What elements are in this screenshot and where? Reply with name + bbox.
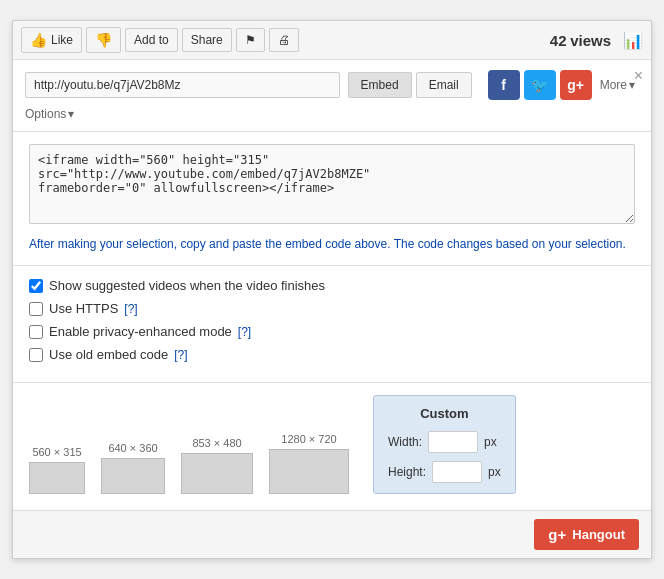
- facebook-button[interactable]: f: [488, 70, 520, 100]
- share-label: Share: [191, 33, 223, 47]
- social-buttons: f 🐦 g+ More ▾: [488, 70, 639, 100]
- url-input[interactable]: [25, 72, 340, 98]
- options-link[interactable]: Options ▾: [25, 107, 74, 121]
- custom-height-input[interactable]: [432, 461, 482, 483]
- custom-width-input[interactable]: [428, 431, 478, 453]
- hangout-icon: g+: [548, 526, 566, 543]
- size-section: 560 × 315 640 × 360 853 × 480 1280 × 720…: [13, 383, 651, 510]
- custom-width-field: Width: px: [388, 431, 501, 453]
- custom-height-px: px: [488, 465, 501, 479]
- hangout-button[interactable]: g+ Hangout: [534, 519, 639, 550]
- flag-button[interactable]: ⚑: [236, 28, 265, 52]
- privacy-row: Enable privacy-enhanced mode [?]: [29, 324, 635, 339]
- show-suggested-row: Show suggested videos when the video fin…: [29, 278, 635, 293]
- size-1280-thumb: [269, 449, 349, 494]
- size-640[interactable]: 640 × 360: [101, 442, 165, 494]
- options-section: Show suggested videos when the video fin…: [13, 266, 651, 383]
- old-embed-row: Use old embed code [?]: [29, 347, 635, 362]
- privacy-label: Enable privacy-enhanced mode: [49, 324, 232, 339]
- use-https-checkbox[interactable]: [29, 302, 43, 316]
- more-button[interactable]: More ▾: [596, 78, 639, 92]
- twitter-button[interactable]: 🐦: [524, 70, 556, 100]
- toolbar: 👍 Like 👎 Add to Share ⚑ 🖨 42 views 📊: [13, 21, 651, 60]
- like-button[interactable]: 👍 Like: [21, 27, 82, 53]
- share-button[interactable]: Share: [182, 28, 232, 52]
- custom-height-label: Height:: [388, 465, 426, 479]
- footer: g+ Hangout: [13, 510, 651, 558]
- use-https-label: Use HTTPS: [49, 301, 118, 316]
- use-https-row: Use HTTPS [?]: [29, 301, 635, 316]
- stats-icon[interactable]: 📊: [623, 31, 643, 50]
- custom-width-label: Width:: [388, 435, 422, 449]
- hangout-label: Hangout: [572, 527, 625, 542]
- dislike-button[interactable]: 👎: [86, 27, 121, 53]
- print-button[interactable]: 🖨: [269, 28, 299, 52]
- like-label: Like: [51, 33, 73, 47]
- views-count: 42 views: [550, 32, 611, 49]
- print-icon: 🖨: [278, 33, 290, 47]
- use-https-help[interactable]: [?]: [124, 302, 137, 316]
- show-suggested-checkbox[interactable]: [29, 279, 43, 293]
- custom-height-field: Height: px: [388, 461, 501, 483]
- custom-size-box: Custom Width: px Height: px: [373, 395, 516, 494]
- flag-icon: ⚑: [245, 33, 256, 47]
- thumbdown-icon: 👎: [95, 32, 112, 48]
- embed-hint: After making your selection, copy and pa…: [29, 235, 635, 253]
- size-1280[interactable]: 1280 × 720: [269, 433, 349, 494]
- add-to-button[interactable]: Add to: [125, 28, 178, 52]
- options-chevron-icon: ▾: [68, 107, 74, 121]
- gplus-button[interactable]: g+: [560, 70, 592, 100]
- size-560[interactable]: 560 × 315: [29, 446, 85, 494]
- close-button[interactable]: ×: [634, 68, 643, 84]
- size-640-thumb: [101, 458, 165, 494]
- old-embed-checkbox[interactable]: [29, 348, 43, 362]
- old-embed-help[interactable]: [?]: [174, 348, 187, 362]
- thumbup-icon: 👍: [30, 32, 47, 48]
- old-embed-label: Use old embed code: [49, 347, 168, 362]
- embed-section: <iframe width="560" height="315" src="ht…: [13, 132, 651, 266]
- share-buttons: Embed Email: [348, 72, 472, 98]
- privacy-help[interactable]: [?]: [238, 325, 251, 339]
- share-panel: Embed Email f 🐦 g+ More ▾ Options ▾: [13, 60, 651, 132]
- embed-button[interactable]: Embed: [348, 72, 412, 98]
- custom-title: Custom: [388, 406, 501, 421]
- custom-width-px: px: [484, 435, 497, 449]
- add-to-label: Add to: [134, 33, 169, 47]
- size-560-thumb: [29, 462, 85, 494]
- size-853-thumb: [181, 453, 253, 494]
- embed-code-textarea[interactable]: <iframe width="560" height="315" src="ht…: [29, 144, 635, 224]
- privacy-checkbox[interactable]: [29, 325, 43, 339]
- size-853[interactable]: 853 × 480: [181, 437, 253, 494]
- show-suggested-label: Show suggested videos when the video fin…: [49, 278, 325, 293]
- email-button[interactable]: Email: [416, 72, 472, 98]
